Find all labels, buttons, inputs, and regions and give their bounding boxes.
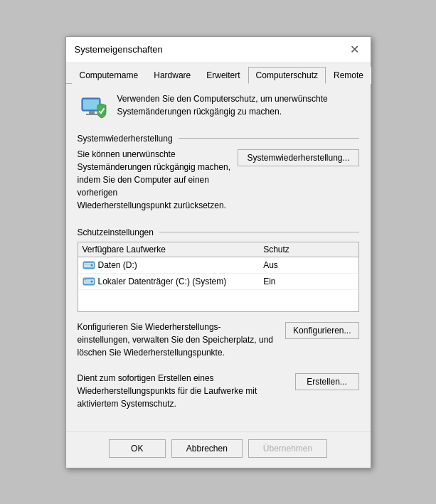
drive-system-value: Ein (263, 277, 353, 286)
tab-erweitert[interactable]: Erweitert (198, 67, 248, 84)
svg-rect-3 (86, 114, 97, 115)
cancel-button[interactable]: Abbrechen (171, 439, 243, 458)
svg-rect-7 (85, 264, 90, 265)
konfigurieren-button[interactable]: Konfigurieren... (285, 322, 358, 339)
drive-daten-label: Daten (D:) (83, 260, 264, 270)
schutzeinstellungen-label: Schutzeinstellungen (78, 227, 359, 237)
systemwiederherstellung-label: Systemwiederherstellung (78, 134, 359, 144)
col-laufwerke: Verfügbare Laufwerke (83, 245, 264, 254)
svg-rect-11 (85, 281, 90, 282)
erstellen-button[interactable]: Erstellen... (295, 373, 359, 390)
svg-rect-1 (83, 100, 99, 109)
table-row[interactable]: Lokaler Datenträger (C:) (System) Ein (78, 274, 358, 290)
drive-daten-value: Aus (263, 260, 353, 270)
hdd-system-icon (83, 277, 95, 286)
tab-computerschutz[interactable]: Computerschutz (248, 67, 326, 84)
system-properties-dialog: Systemeigenschaften ✕ Computername Hardw… (65, 36, 371, 468)
col-schutz: Schutz (263, 245, 353, 254)
svg-rect-2 (89, 111, 95, 114)
svg-point-6 (90, 264, 92, 266)
erstellen-row: Dient zum sofortigen Erstellen eines Wie… (78, 372, 359, 416)
computerschutz-icon (78, 92, 109, 124)
dialog-title: Systemeigenschaften (75, 44, 163, 55)
tab-content: Verwenden Sie den Computerschutz, um une… (66, 84, 371, 431)
dialog-footer: OK Abbrechen Übernehmen (66, 431, 371, 468)
tab-bar: Computername Hardware Erweitert Computer… (66, 63, 371, 84)
tab-remote[interactable]: Remote (326, 67, 371, 84)
systemwiederherstellung-row: Sie können unerwünschte Systemänderungen… (78, 148, 359, 218)
tab-computername[interactable]: Computername (72, 67, 147, 84)
drives-table: Verfügbare Laufwerke Schutz Daten (D:) A… (78, 242, 359, 312)
drive-system-label: Lokaler Datenträger (C:) (System) (83, 277, 264, 286)
konfigurieren-row: Konfigurieren Sie Wiederherstellungs- ei… (78, 321, 359, 365)
svg-point-10 (90, 280, 92, 282)
header-text: Verwenden Sie den Computerschutz, um une… (117, 92, 328, 118)
ok-button[interactable]: OK (109, 439, 166, 458)
systemwiederherstellung-button[interactable]: Systemwiederherstellung... (238, 149, 358, 166)
tab-hardware[interactable]: Hardware (146, 67, 198, 84)
table-header: Verfügbare Laufwerke Schutz (78, 242, 358, 257)
close-button[interactable]: ✕ (348, 43, 362, 57)
systemwiederherstellung-desc: Sie können unerwünschte Systemänderungen… (78, 148, 231, 212)
erstellen-desc: Dient zum sofortigen Erstellen eines Wie… (78, 372, 257, 410)
svg-point-12 (84, 278, 86, 280)
title-bar: Systemeigenschaften ✕ (66, 37, 371, 63)
apply-button[interactable]: Übernehmen (248, 439, 327, 458)
hdd-icon (83, 260, 95, 270)
konfigurieren-desc: Konfigurieren Sie Wiederherstellungs- ei… (78, 321, 274, 359)
table-row[interactable]: Daten (D:) Aus (78, 257, 358, 274)
header-section: Verwenden Sie den Computerschutz, um une… (78, 92, 359, 124)
